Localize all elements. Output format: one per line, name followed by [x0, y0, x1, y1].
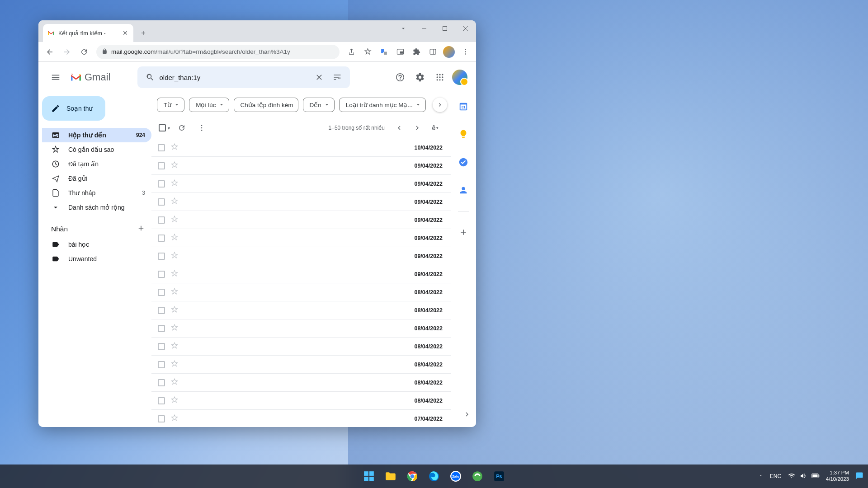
- maximize-button[interactable]: [434, 20, 455, 37]
- star-icon[interactable]: [170, 287, 179, 297]
- more-button[interactable]: [193, 120, 210, 136]
- refresh-button[interactable]: [174, 120, 190, 136]
- app-icon[interactable]: [468, 467, 487, 486]
- star-icon[interactable]: [170, 161, 179, 171]
- email-row[interactable]: 10/04/2022: [151, 139, 451, 157]
- active-tab[interactable]: Kết quả tìm kiếm - ✕: [43, 24, 133, 42]
- tray-expand-icon[interactable]: [758, 473, 764, 480]
- email-row[interactable]: 08/04/2022: [151, 392, 451, 410]
- star-icon[interactable]: [170, 414, 179, 424]
- row-checkbox[interactable]: [158, 379, 165, 386]
- add-addon-icon[interactable]: [454, 223, 472, 241]
- filter-chip-1[interactable]: Mọi lúc: [189, 98, 229, 112]
- row-checkbox[interactable]: [158, 307, 165, 314]
- star-icon[interactable]: [170, 396, 179, 406]
- row-checkbox[interactable]: [158, 162, 165, 169]
- settings-icon[interactable]: [411, 68, 429, 86]
- translate-icon[interactable]: [377, 45, 391, 59]
- row-checkbox[interactable]: [158, 216, 165, 224]
- share-icon[interactable]: [344, 45, 359, 59]
- reload-button[interactable]: [76, 44, 92, 60]
- star-icon[interactable]: [170, 215, 179, 225]
- search-input[interactable]: [159, 74, 310, 81]
- edge-icon[interactable]: [425, 467, 443, 486]
- star-icon[interactable]: [170, 269, 179, 279]
- email-row[interactable]: 09/04/2022: [151, 265, 451, 283]
- zalo-icon[interactable]: Zalo: [446, 467, 465, 486]
- minimize-button[interactable]: [414, 20, 434, 37]
- forward-button[interactable]: [59, 44, 75, 60]
- row-checkbox[interactable]: [158, 180, 165, 188]
- row-checkbox[interactable]: [158, 235, 165, 242]
- search-options-icon[interactable]: [328, 68, 346, 86]
- back-button[interactable]: [42, 44, 57, 60]
- filter-chip-3[interactable]: Đến: [303, 98, 335, 112]
- volume-icon[interactable]: [800, 472, 807, 481]
- email-row[interactable]: 08/04/2022: [151, 356, 451, 374]
- file-explorer-icon[interactable]: [381, 467, 400, 486]
- battery-icon[interactable]: [811, 473, 820, 480]
- support-icon[interactable]: [391, 68, 409, 86]
- star-icon[interactable]: [170, 378, 179, 388]
- select-dropdown-icon[interactable]: ▾: [168, 126, 170, 131]
- search-icon[interactable]: [141, 68, 159, 86]
- filter-scroll-right[interactable]: [433, 98, 447, 112]
- row-checkbox[interactable]: [158, 144, 165, 151]
- next-page-button[interactable]: [409, 120, 425, 136]
- new-tab-button[interactable]: [137, 27, 150, 39]
- star-icon[interactable]: [170, 251, 179, 261]
- keep-icon[interactable]: [454, 125, 472, 143]
- start-button[interactable]: [359, 467, 378, 486]
- sidebar-item-4[interactable]: Thư nháp3: [42, 186, 151, 200]
- star-icon[interactable]: [170, 342, 179, 352]
- tab-search-dropdown[interactable]: [393, 20, 414, 37]
- email-row[interactable]: 09/04/2022: [151, 193, 451, 211]
- photoshop-icon[interactable]: Ps: [490, 467, 509, 486]
- email-row[interactable]: 08/04/2022: [151, 283, 451, 301]
- sidebar-item-1[interactable]: Có gắn dấu sao: [42, 142, 151, 157]
- star-icon[interactable]: [170, 360, 179, 370]
- profile-avatar-small[interactable]: [442, 45, 456, 59]
- email-row[interactable]: 09/04/2022: [151, 157, 451, 175]
- row-checkbox[interactable]: [158, 271, 165, 278]
- star-icon[interactable]: [170, 305, 179, 315]
- wifi-icon[interactable]: [788, 472, 795, 481]
- search-clear-icon[interactable]: [310, 68, 328, 86]
- tab-close-icon[interactable]: ✕: [122, 29, 129, 37]
- row-checkbox[interactable]: [158, 253, 165, 260]
- close-button[interactable]: [455, 20, 476, 37]
- email-row[interactable]: 08/04/2022: [151, 319, 451, 338]
- filter-chip-0[interactable]: Từ: [157, 98, 184, 112]
- label-item-1[interactable]: Unwanted: [42, 252, 151, 266]
- sidebar-item-5[interactable]: Danh sách mở rộng: [42, 200, 151, 215]
- search-box[interactable]: [137, 66, 350, 88]
- select-all-checkbox[interactable]: [159, 124, 166, 131]
- calendar-icon[interactable]: 31: [454, 97, 472, 115]
- email-row[interactable]: 09/04/2022: [151, 211, 451, 229]
- star-icon[interactable]: [170, 233, 179, 243]
- gmail-logo[interactable]: Gmail: [70, 71, 110, 83]
- bookmark-icon[interactable]: [360, 45, 375, 59]
- language-indicator[interactable]: ENG: [770, 473, 782, 479]
- star-icon[interactable]: [170, 197, 179, 207]
- email-row[interactable]: 08/04/2022: [151, 301, 451, 319]
- sidepanel-icon[interactable]: [425, 45, 440, 59]
- row-checkbox[interactable]: [158, 361, 165, 368]
- notification-icon[interactable]: [855, 472, 863, 481]
- tasks-icon[interactable]: [454, 153, 472, 171]
- email-row[interactable]: 09/04/2022: [151, 247, 451, 265]
- row-checkbox[interactable]: [158, 198, 165, 206]
- sidebar-item-2[interactable]: Đã tạm ẩn: [42, 157, 151, 171]
- star-icon[interactable]: [170, 143, 179, 153]
- apps-icon[interactable]: [431, 68, 449, 86]
- email-row[interactable]: 08/04/2022: [151, 374, 451, 392]
- compose-button[interactable]: Soạn thư: [42, 96, 105, 121]
- add-label-icon[interactable]: [137, 224, 145, 234]
- row-checkbox[interactable]: [158, 343, 165, 350]
- row-checkbox[interactable]: [158, 289, 165, 296]
- contacts-icon[interactable]: [454, 181, 472, 199]
- email-row[interactable]: 08/04/2022: [151, 338, 451, 356]
- chrome-menu-icon[interactable]: [458, 45, 472, 59]
- filter-chip-4[interactable]: Loại trừ danh mục Mạ...: [339, 98, 426, 112]
- row-checkbox[interactable]: [158, 415, 165, 422]
